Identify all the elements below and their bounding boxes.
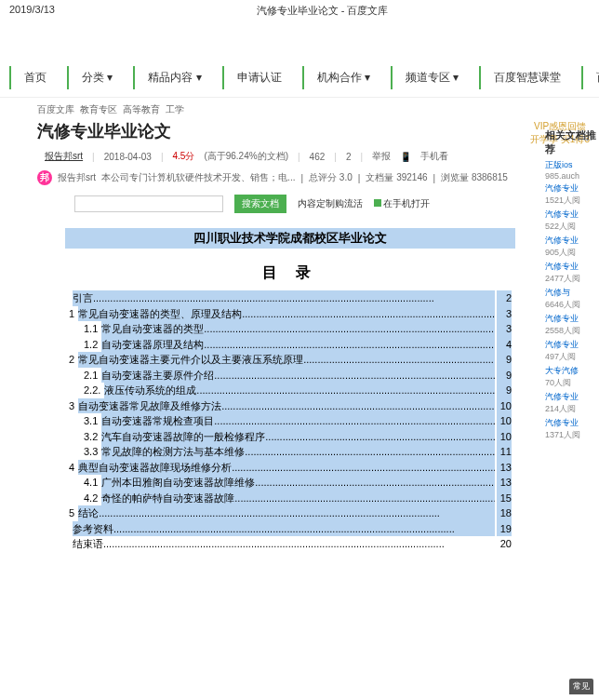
sidebar-item[interactable]: 正版ios985.auch (543, 158, 599, 182)
sidebar-item[interactable]: 汽修专业1521人阅 (543, 182, 599, 208)
sidebar-item[interactable]: 大专汽修70人阅 (543, 364, 599, 390)
toc-line[interactable]: 2常见自动变速器主要元件介以及主要液压系统原理.................… (65, 352, 515, 368)
toc-line[interactable]: 3自动变速器常见故障及维修方法.........................… (65, 398, 515, 414)
nav-item[interactable]: 首页 (9, 66, 60, 89)
browse: 浏览量 8386815 (441, 171, 508, 184)
phone-link[interactable]: 手机看 (420, 150, 448, 163)
toc-page: 20 (497, 536, 512, 552)
report-link[interactable]: 举报 (372, 150, 391, 163)
sidebar-item-views: 6646人阅 (545, 299, 597, 311)
page-heading: 四川职业技术学院成都校区毕业论文 (65, 228, 515, 249)
toc-text: 引言 (73, 290, 93, 306)
nav-item[interactable]: 精品内容 ▾ (133, 66, 214, 89)
toc-dots: ........................................… (103, 536, 495, 552)
toc-line[interactable]: 1常见自动变速器的类型、原理及结构.......................… (65, 306, 515, 322)
toc-page: 9 (497, 352, 512, 368)
sidebar-item[interactable]: 汽修专业214人阅 (543, 390, 599, 416)
main-nav: 首页分类 ▾精品内容 ▾申请认证机构合作 ▾频道专区 ▾百度智慧课堂百度教育VI… (0, 59, 599, 98)
toc-dots: ........................................… (214, 413, 495, 429)
header-date: 2019/3/13 (9, 4, 55, 18)
toc-text: 结束语 (73, 536, 103, 552)
toc-page: 11 (497, 444, 512, 460)
search-button[interactable]: 搜索文档 (234, 195, 286, 213)
toc-line[interactable]: 3.2汽车自动变速器故障的一般检修程序.....................… (65, 429, 515, 445)
toc-line[interactable]: 4典型自动变速器故障现场维修分析........................… (65, 460, 515, 476)
sidebar-item[interactable]: 汽修与6646人阅 (543, 286, 599, 312)
toc-num: 1.2 (84, 337, 98, 353)
toc-dots: ........................................… (214, 368, 495, 384)
sidebar-item-title: 汽修专业 (545, 261, 597, 273)
phone-open-link[interactable]: 在手机打开 (374, 197, 430, 210)
nav-item[interactable]: 申请认证 (222, 66, 295, 89)
toc-dots: ........................................… (245, 444, 495, 460)
sidebar-item-title: 正版ios (545, 159, 597, 171)
toc-text: 自动变速器常规检查项目 (101, 413, 214, 429)
toc-line[interactable]: 2.2.液压传动系统的组成...........................… (65, 383, 515, 398)
toc-page: 13 (497, 475, 512, 491)
nav-item[interactable]: 机构合作 ▾ (302, 66, 383, 89)
toc-num: 3.1 (84, 413, 98, 429)
toc-num: 4 (69, 460, 74, 476)
sidebar-item[interactable]: 汽修专业1371人阅 (543, 416, 599, 442)
nav-item[interactable]: 频道专区 ▾ (391, 66, 472, 89)
toc-page: 3 (497, 306, 512, 322)
toc-text: 常见自动变速器的类型、原理及结构 (78, 306, 242, 322)
breadcrumb: 百度文库教育专区高等教育工学 (0, 98, 599, 118)
toc-text: 液压传动系统的组成 (104, 383, 196, 398)
toc-line[interactable]: 结束语.....................................… (65, 536, 515, 552)
sidebar-item[interactable]: 汽修专业497人阅 (543, 338, 599, 364)
toc-line[interactable]: 1.1常见自动变速器的类型...........................… (65, 321, 515, 337)
toc-title: 目 录 (65, 256, 515, 290)
toc-body: 引言......................................… (65, 290, 515, 552)
toc-text: 自动变速器主要原件介绍 (101, 368, 214, 384)
toc-num: 2.1 (84, 368, 98, 384)
toc-line[interactable]: 参考资料....................................… (65, 521, 515, 537)
score: 总评分 3.0 (309, 171, 353, 184)
breadcrumb-item[interactable]: 百度文库 (37, 104, 74, 114)
author-name[interactable]: 报告邦srt (58, 171, 96, 184)
toc-dots: ........................................… (93, 290, 495, 306)
toc-dots: ........................................… (255, 475, 495, 491)
author-link[interactable]: 报告邦srt (45, 150, 83, 163)
sidebar-item-views: 1371人阅 (545, 429, 597, 441)
sidebar-item[interactable]: 汽修专业2558人阅 (543, 312, 599, 338)
sidebar: 相关文档推荐 正版ios985.auch汽修专业1521人阅汽修专业522人阅汽… (543, 127, 599, 442)
toc-text: 自动变速器原理及结构 (101, 337, 204, 353)
toc-dots: ........................................… (196, 383, 495, 398)
sidebar-item[interactable]: 汽修专业2477人阅 (543, 260, 599, 286)
toc-line[interactable]: 2.1自动变速器主要原件介绍..........................… (65, 368, 515, 384)
toc-line[interactable]: 4.2奇怪的帕萨特自动变速器故障........................… (65, 491, 515, 506)
document-page: 四川职业技术学院成都校区毕业论文 目 录 引言.................… (37, 222, 543, 558)
sidebar-title: 相关文档推荐 (543, 127, 599, 158)
nav-item[interactable]: 百度智慧课堂 (479, 66, 574, 89)
toc-text: 广州本田雅阁自动变速器故障维修 (101, 475, 255, 491)
nav-item[interactable]: 百度教育VIP▾ (581, 66, 599, 89)
company-desc: 本公司专门计算机软硬件技术开发、销售；电... (101, 171, 295, 184)
toc-dots: ........................................… (204, 321, 495, 337)
nav-item[interactable]: 分类 ▾ (67, 66, 126, 89)
doc-date: 2018-04-03 (104, 152, 152, 162)
sidebar-item-title: 汽修专业 (545, 182, 597, 195)
toc-text: 常见故障的检测方法与基本维修 (101, 444, 245, 460)
breadcrumb-item[interactable]: 工学 (166, 104, 184, 114)
sidebar-item[interactable]: 汽修专业905人阅 (543, 234, 599, 260)
search-input[interactable] (74, 195, 223, 212)
footer-tab[interactable]: 常见 (569, 679, 593, 694)
toc-num: 3.2 (84, 429, 98, 445)
breadcrumb-item[interactable]: 教育专区 (80, 104, 117, 114)
toc-line[interactable]: 3.3常见故障的检测方法与基本维修.......................… (65, 444, 515, 460)
toc-line[interactable]: 4.1广州本田雅阁自动变速器故障维修......................… (65, 475, 515, 491)
custom-link[interactable]: 内容定制购流活 (298, 197, 363, 210)
toc-line[interactable]: 3.1自动变速器常规检查项目..........................… (65, 413, 515, 429)
toc-dots: ........................................… (113, 521, 495, 537)
breadcrumb-item[interactable]: 高等教育 (123, 104, 160, 114)
toc-line[interactable]: 1.2自动变速器原理及结构...........................… (65, 337, 515, 353)
avatar[interactable]: 邦 (37, 170, 52, 185)
toc-line[interactable]: 引言......................................… (65, 290, 515, 306)
sidebar-item-views: 1521人阅 (545, 195, 597, 207)
toc-dots: ........................................… (234, 491, 495, 506)
toc-page: 9 (497, 383, 512, 398)
toc-line[interactable]: 5结论.....................................… (65, 505, 515, 521)
sidebar-item[interactable]: 汽修专业522人阅 (543, 208, 599, 234)
sidebar-item-title: 汽修与 (545, 287, 597, 299)
